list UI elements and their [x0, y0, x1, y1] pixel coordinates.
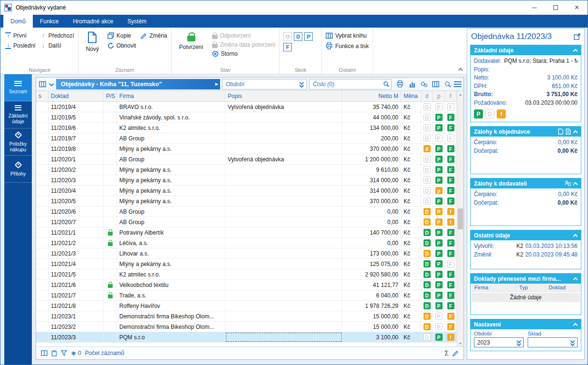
sum-button[interactable]: Σ: [444, 349, 449, 357]
sidebar-item-zakladni-udaje[interactable]: Základní údaje: [4, 101, 32, 128]
person-document-icon[interactable]: [565, 180, 571, 187]
copy-button[interactable]: Kopie: [107, 32, 136, 39]
table-row[interactable]: 11/2020/3Mlýny a pekárny a.s.314 000,00K…: [36, 175, 457, 186]
col-p[interactable]: p: [433, 91, 445, 101]
confirm-button[interactable]: Potvrzení: [175, 30, 207, 50]
col-s[interactable]: s: [36, 91, 48, 101]
record-count-label[interactable]: Počet záznamů: [85, 350, 125, 356]
sklad-select[interactable]: [528, 337, 578, 347]
tab-hromadne-akce[interactable]: Hromadné akce: [66, 15, 120, 28]
table-row[interactable]: 11/2020/2Mlýny a pekárny a.s.9 610,00KčD…: [36, 165, 457, 175]
col-d[interactable]: d: [421, 91, 433, 101]
columns-button[interactable]: [431, 79, 440, 89]
table-row[interactable]: 11/2023/2Demonstrační firma Bikeshop Olo…: [36, 322, 457, 332]
mini-col-doklad[interactable]: Doklad: [546, 284, 580, 291]
book-title-bar[interactable]: Objednávky - Kniha "11, Tuzemsko" ▸: [56, 79, 220, 89]
clipboard-button[interactable]: [51, 350, 57, 356]
table-row[interactable]: 11/2019/6K2 atmitec s.r.o.134 000,00KčDP…: [36, 123, 457, 133]
select-book-button[interactable]: Vybrat knihu: [326, 32, 369, 39]
first-button[interactable]: ↑První: [5, 32, 36, 39]
collapse-icon[interactable]: [573, 276, 578, 281]
table-row[interactable]: 11/2021/6Velkoobchod textilu41 121,77KčD…: [36, 280, 457, 290]
jump-f-button[interactable]: F: [283, 43, 292, 51]
new-button[interactable]: Nový: [82, 30, 103, 52]
col-popis[interactable]: Popis: [225, 91, 342, 101]
tab-funkce[interactable]: Funkce: [33, 15, 66, 28]
book-dropdown-button[interactable]: [49, 82, 54, 86]
col-firma[interactable]: Firma: [117, 91, 225, 101]
tab-domu[interactable]: Domů: [3, 15, 33, 28]
col-mena[interactable]: Měna: [401, 91, 421, 101]
close-button[interactable]: ×: [566, 0, 588, 15]
section-header-zakladni[interactable]: Základní údaje: [471, 45, 581, 55]
print-button[interactable]: [395, 79, 405, 89]
mini-col-typ[interactable]: Typ: [516, 284, 546, 291]
sidebar-item-prilohy[interactable]: Přílohy: [4, 156, 32, 183]
table-row[interactable]: 11/2021/5K2 atmitec s.r.o.2 920 580,00Kč…: [36, 269, 457, 280]
collapse-icon[interactable]: [573, 233, 578, 237]
panel-flag-badge[interactable]: D: [485, 109, 494, 118]
collapse-icon[interactable]: [573, 322, 578, 326]
mini-col-firma[interactable]: Firma: [472, 284, 516, 291]
document-icon[interactable]: [558, 128, 563, 135]
table-row[interactable]: 11/2021/3Lihovar a.s.173 000,00KčDPF: [36, 248, 457, 259]
sidebar-item-seznam[interactable]: Seznam: [4, 74, 32, 101]
col-ps[interactable]: P/S: [104, 91, 117, 101]
section-header-zalohy-dodavatel[interactable]: Zálohy k dodavateli: [471, 178, 581, 188]
scroll-down-icon[interactable]: ▼: [457, 340, 463, 346]
table-row[interactable]: 11/2021/8Roffeny Havířov1 978 726,29KčDP…: [36, 301, 457, 311]
next-button[interactable]: ↓Další: [40, 42, 74, 49]
col-f[interactable]: f: [445, 91, 457, 101]
edit-button[interactable]: [453, 350, 459, 356]
section-header-ostatni[interactable]: Ostatní údaje: [471, 230, 581, 240]
table-row[interactable]: 11/2021/7Trade, a.s.6 040,00KčDPF: [36, 290, 457, 301]
col-netto[interactable]: Netto M: [342, 91, 401, 101]
scroll-thumb[interactable]: [458, 208, 463, 229]
change-confirm-date-button[interactable]: Změna data potvrzení: [212, 41, 276, 48]
col-doklad[interactable]: Doklad: [48, 91, 104, 101]
previous-button[interactable]: ↑Předchozí: [40, 32, 74, 39]
table-row[interactable]: 11/2019/8Mlýny a pekárny a.s.370 000,00K…: [36, 144, 457, 154]
table-row[interactable]: 11/2019/7AB Group200,00KčDPF: [36, 133, 457, 144]
collapse-icon[interactable]: [573, 129, 578, 134]
sidebar-item-polozky-nakupu[interactable]: Položky nákupu: [4, 128, 32, 156]
unconfirm-button[interactable]: Odpotvrzení: [212, 32, 276, 39]
open-in-window-button[interactable]: [574, 33, 580, 40]
table-row[interactable]: 11/2020/5Mlýny a pekárny a.s.370 000,00K…: [36, 196, 457, 207]
jump-o-button[interactable]: O: [283, 32, 292, 41]
section-header-nastaveni[interactable]: Nastavení: [471, 319, 581, 329]
table-row[interactable]: 11/2021/2Léčiva, a.s.0,00KčDPF: [36, 238, 457, 248]
collapse-ribbon-icon[interactable]: [458, 67, 462, 71]
jump-p-button[interactable]: P: [304, 32, 313, 41]
table-row[interactable]: 11/2023/1Demonstrační firma Bikeshop Olo…: [36, 311, 457, 322]
table-row[interactable]: 11/2019/4BRAVO s.r.o.Vytvořená objednávk…: [36, 102, 457, 112]
tab-system[interactable]: Systém: [120, 15, 154, 28]
table-row[interactable]: 11/2021/1Potraviny Albertík140 700,00KčD…: [36, 227, 457, 238]
auto-refresh-button[interactable]: ∗ 0: [71, 350, 81, 356]
chart-button[interactable]: [407, 79, 416, 89]
obdobi-select[interactable]: 2023: [474, 337, 524, 347]
table-row[interactable]: 11/2023/3PQM s.r.o3 100,00KčDPf: [36, 332, 457, 343]
scroll-up-icon[interactable]: ▲: [457, 91, 463, 98]
table-row[interactable]: 11/2020/4Mlýny a pekárny a.s.314 000,00K…: [36, 186, 457, 196]
table-row[interactable]: 11/2020/1AB GroupVytvořená objednávka1 2…: [36, 154, 457, 165]
obdobi-filter[interactable]: Období: [222, 79, 307, 89]
book-view-button[interactable]: [38, 80, 47, 88]
functions-print-button[interactable]: Funkce a tisk: [326, 42, 369, 49]
section-header-zalohy-objednavka[interactable]: Zálohy k objednávce: [471, 127, 581, 137]
vertical-scrollbar[interactable]: ▲ ▼: [457, 91, 463, 346]
refresh-button[interactable]: Obnovit: [107, 42, 136, 49]
grid-settings-button[interactable]: [443, 79, 452, 89]
storno-button[interactable]: Storno: [212, 50, 276, 57]
menu-button[interactable]: [454, 81, 462, 87]
documents-icon[interactable]: [566, 128, 571, 135]
section-header-doklady[interactable]: Doklady přenesené mezi firma...: [471, 274, 581, 284]
panel-flag-badge[interactable]: f: [497, 109, 506, 118]
change-button[interactable]: Změna: [141, 32, 167, 39]
minimize-button[interactable]: [523, 0, 545, 15]
table-row[interactable]: 11/2020/6AB Group0,00KčDPf: [36, 207, 457, 217]
panes-button[interactable]: [41, 350, 48, 356]
last-button[interactable]: ↓Poslední: [5, 42, 36, 49]
filter-button[interactable]: [61, 350, 67, 356]
table-row[interactable]: 11/2020/7AB Group0,00KčDPf: [36, 217, 457, 227]
